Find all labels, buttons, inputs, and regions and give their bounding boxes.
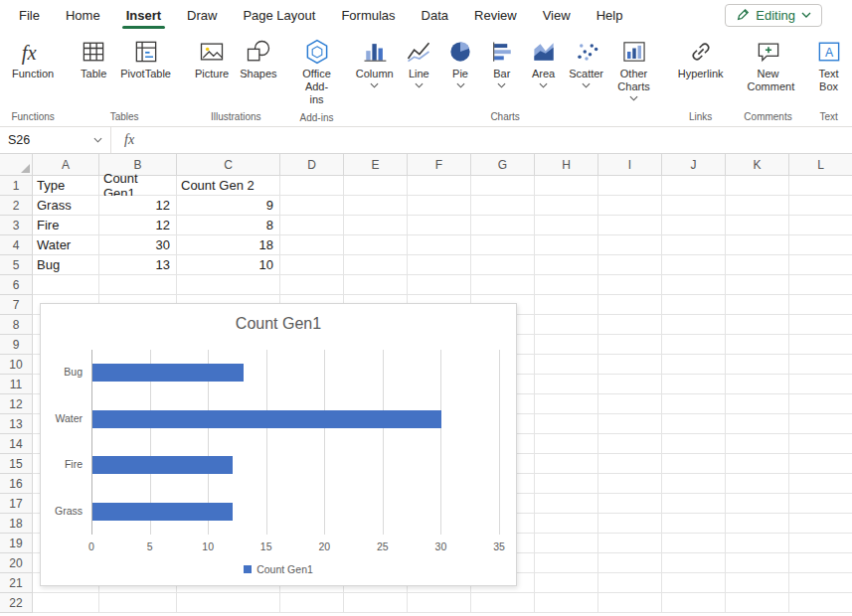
select-all-corner[interactable] (0, 154, 33, 176)
row-header-13[interactable]: 13 (0, 414, 33, 434)
cell-j20[interactable] (662, 553, 726, 573)
col-header-d[interactable]: D (280, 154, 344, 176)
cell-j1[interactable] (662, 176, 726, 196)
menu-tab-review[interactable]: Review (461, 0, 530, 30)
row-header-3[interactable]: 3 (0, 216, 33, 235)
editing-mode-button[interactable]: Editing (725, 4, 822, 27)
ribbon-button-table[interactable]: Table (73, 34, 114, 82)
row-header-17[interactable]: 17 (0, 494, 33, 514)
cell-j18[interactable] (662, 514, 726, 534)
cell-h4[interactable] (535, 235, 598, 255)
row-header-22[interactable]: 22 (0, 593, 33, 613)
row-header-1[interactable]: 1 (0, 176, 33, 196)
cell-j21[interactable] (662, 573, 726, 593)
col-header-c[interactable]: C (177, 154, 280, 176)
cell-l21[interactable] (789, 573, 852, 593)
menu-tab-view[interactable]: View (530, 0, 584, 30)
cell-i2[interactable] (598, 196, 662, 216)
cell-e2[interactable] (344, 196, 408, 216)
cell-j7[interactable] (662, 295, 726, 315)
cell-l8[interactable] (789, 315, 852, 335)
cell-a22[interactable] (33, 593, 99, 613)
col-header-i[interactable]: I (598, 154, 662, 176)
menu-tab-page-layout[interactable]: Page Layout (230, 0, 328, 30)
cell-k2[interactable] (726, 196, 789, 216)
chart-bar-water[interactable] (92, 410, 441, 428)
cell-k6[interactable] (726, 275, 789, 295)
cell-i16[interactable] (598, 474, 662, 494)
cell-i11[interactable] (598, 375, 662, 394)
cell-g6[interactable] (471, 275, 535, 295)
chart-bar-bug[interactable] (92, 364, 244, 382)
cell-f4[interactable] (408, 235, 471, 255)
cell-j13[interactable] (662, 414, 726, 434)
cell-b22[interactable] (99, 593, 177, 613)
row-header-9[interactable]: 9 (0, 335, 33, 355)
row-header-11[interactable]: 11 (0, 375, 33, 394)
cell-f22[interactable] (408, 593, 471, 613)
cell-c6[interactable] (177, 275, 280, 295)
cell-e3[interactable] (344, 216, 408, 235)
col-header-e[interactable]: E (344, 154, 408, 176)
cell-h21[interactable] (535, 573, 598, 593)
menu-tab-data[interactable]: Data (409, 0, 461, 30)
row-header-5[interactable]: 5 (0, 255, 33, 275)
cell-l17[interactable] (789, 494, 852, 514)
cell-l12[interactable] (789, 394, 852, 414)
cell-d5[interactable] (280, 255, 344, 275)
col-header-h[interactable]: H (535, 154, 598, 176)
row-header-16[interactable]: 16 (0, 474, 33, 494)
cell-i4[interactable] (598, 235, 662, 255)
ribbon-button-hyperlink[interactable]: Hyperlink (673, 34, 729, 82)
cell-j22[interactable] (662, 593, 726, 613)
ribbon-button-text-box[interactable]: AText Box (808, 34, 850, 95)
cell-e5[interactable] (344, 255, 408, 275)
cell-l19[interactable] (789, 534, 852, 553)
cell-l6[interactable] (789, 275, 852, 295)
cell-h20[interactable] (535, 553, 598, 573)
cell-l9[interactable] (789, 335, 852, 355)
cell-b1[interactable]: Count Gen1 (99, 176, 177, 196)
cell-j9[interactable] (662, 335, 726, 355)
ribbon-button-office-add-ins[interactable]: Office Add-ins (296, 34, 338, 109)
menu-tab-help[interactable]: Help (584, 0, 636, 30)
cell-g1[interactable] (471, 176, 535, 196)
cell-k16[interactable] (726, 474, 789, 494)
cell-i19[interactable] (598, 534, 662, 553)
cell-e22[interactable] (344, 593, 408, 613)
cell-h2[interactable] (535, 196, 598, 216)
chart-bar-grass[interactable] (92, 503, 233, 521)
cell-f5[interactable] (408, 255, 471, 275)
cell-h9[interactable] (535, 335, 598, 355)
cell-d6[interactable] (280, 275, 344, 295)
cell-k4[interactable] (726, 235, 789, 255)
cell-k13[interactable] (726, 414, 789, 434)
cell-l22[interactable] (789, 593, 852, 613)
cell-j15[interactable] (662, 454, 726, 474)
cell-h22[interactable] (535, 593, 598, 613)
ribbon-button-other-charts[interactable]: Other Charts (608, 34, 658, 103)
formula-input[interactable] (147, 127, 852, 153)
cell-i6[interactable] (598, 275, 662, 295)
row-header-10[interactable]: 10 (0, 355, 33, 375)
cell-j16[interactable] (662, 474, 726, 494)
col-header-a[interactable]: A (33, 154, 99, 176)
cell-g3[interactable] (471, 216, 535, 235)
cell-h10[interactable] (535, 355, 598, 375)
cell-b3[interactable]: 12 (99, 216, 177, 235)
cell-f3[interactable] (408, 216, 471, 235)
row-header-21[interactable]: 21 (0, 573, 33, 593)
cell-f2[interactable] (408, 196, 471, 216)
cell-l18[interactable] (789, 514, 852, 534)
ribbon-button-shapes[interactable]: Shapes (235, 34, 281, 82)
cell-g4[interactable] (471, 235, 535, 255)
name-box-chevron-down-icon[interactable] (93, 137, 102, 143)
chart-legend[interactable]: Count Gen1 (41, 563, 516, 575)
cell-h11[interactable] (535, 375, 598, 394)
cell-c22[interactable] (177, 593, 280, 613)
ribbon-button-line[interactable]: Line (399, 34, 439, 90)
cell-g22[interactable] (471, 593, 535, 613)
cell-f1[interactable] (408, 176, 471, 196)
cell-i18[interactable] (598, 514, 662, 534)
cell-k15[interactable] (726, 454, 789, 474)
